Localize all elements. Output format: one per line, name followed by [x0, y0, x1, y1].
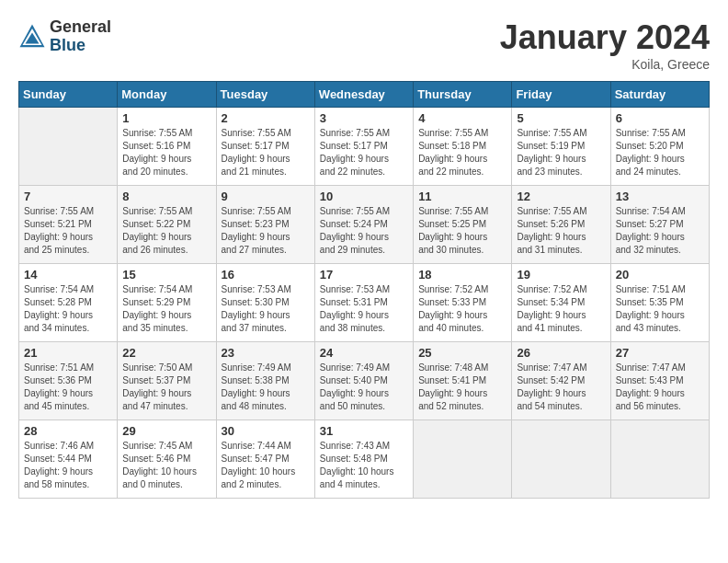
- calendar-cell: 6Sunrise: 7:55 AM Sunset: 5:20 PM Daylig…: [610, 108, 709, 186]
- calendar-cell: 28Sunrise: 7:46 AM Sunset: 5:44 PM Dayli…: [19, 420, 118, 499]
- day-info: Sunrise: 7:47 AM Sunset: 5:42 PM Dayligh…: [517, 362, 605, 413]
- week-row-3: 14Sunrise: 7:54 AM Sunset: 5:28 PM Dayli…: [19, 264, 710, 342]
- calendar-cell: 24Sunrise: 7:49 AM Sunset: 5:40 PM Dayli…: [314, 342, 413, 420]
- day-number: 3: [320, 111, 408, 125]
- month-title: January 2024: [500, 18, 710, 57]
- day-info: Sunrise: 7:49 AM Sunset: 5:38 PM Dayligh…: [222, 362, 310, 413]
- logo-blue-text: Blue: [50, 37, 111, 55]
- day-number: 23: [222, 346, 310, 360]
- day-info: Sunrise: 7:52 AM Sunset: 5:33 PM Dayligh…: [418, 283, 506, 335]
- calendar-cell: 5Sunrise: 7:55 AM Sunset: 5:19 PM Daylig…: [512, 108, 610, 186]
- day-info: Sunrise: 7:55 AM Sunset: 5:23 PM Dayligh…: [222, 205, 310, 257]
- day-info: Sunrise: 7:55 AM Sunset: 5:16 PM Dayligh…: [122, 127, 210, 178]
- day-number: 2: [222, 111, 310, 125]
- column-header-wednesday: Wednesday: [314, 82, 413, 108]
- logo-general-text: General: [50, 18, 111, 37]
- day-number: 14: [24, 268, 112, 282]
- day-number: 21: [24, 346, 112, 360]
- calendar-cell: 31Sunrise: 7:43 AM Sunset: 5:48 PM Dayli…: [314, 420, 413, 499]
- day-number: 18: [418, 268, 506, 282]
- calendar-cell: 29Sunrise: 7:45 AM Sunset: 5:46 PM Dayli…: [118, 420, 216, 499]
- calendar-cell: 27Sunrise: 7:47 AM Sunset: 5:43 PM Dayli…: [610, 342, 709, 420]
- day-info: Sunrise: 7:55 AM Sunset: 5:18 PM Dayligh…: [418, 127, 506, 178]
- calendar-cell: [512, 420, 610, 499]
- day-info: Sunrise: 7:47 AM Sunset: 5:43 PM Dayligh…: [616, 362, 704, 413]
- calendar-cell: 2Sunrise: 7:55 AM Sunset: 5:17 PM Daylig…: [216, 108, 314, 186]
- day-info: Sunrise: 7:53 AM Sunset: 5:30 PM Dayligh…: [222, 283, 310, 335]
- day-number: 12: [517, 190, 605, 203]
- day-info: Sunrise: 7:49 AM Sunset: 5:40 PM Dayligh…: [320, 362, 408, 413]
- day-number: 6: [616, 111, 704, 125]
- calendar-header-row: SundayMondayTuesdayWednesdayThursdayFrid…: [19, 82, 710, 108]
- day-info: Sunrise: 7:50 AM Sunset: 5:37 PM Dayligh…: [122, 362, 210, 413]
- day-info: Sunrise: 7:55 AM Sunset: 5:22 PM Dayligh…: [122, 205, 210, 257]
- day-info: Sunrise: 7:55 AM Sunset: 5:24 PM Dayligh…: [320, 205, 408, 257]
- day-number: 15: [122, 268, 210, 282]
- calendar-cell: 7Sunrise: 7:55 AM Sunset: 5:21 PM Daylig…: [19, 186, 118, 264]
- day-info: Sunrise: 7:54 AM Sunset: 5:27 PM Dayligh…: [616, 205, 704, 257]
- calendar-cell: 10Sunrise: 7:55 AM Sunset: 5:24 PM Dayli…: [314, 186, 413, 264]
- day-info: Sunrise: 7:55 AM Sunset: 5:20 PM Dayligh…: [616, 127, 704, 178]
- calendar-cell: 22Sunrise: 7:50 AM Sunset: 5:37 PM Dayli…: [118, 342, 216, 420]
- day-info: Sunrise: 7:55 AM Sunset: 5:17 PM Dayligh…: [320, 127, 408, 178]
- column-header-thursday: Thursday: [414, 82, 512, 108]
- day-info: Sunrise: 7:45 AM Sunset: 5:46 PM Dayligh…: [122, 440, 210, 491]
- calendar-cell: 12Sunrise: 7:55 AM Sunset: 5:26 PM Dayli…: [512, 186, 610, 264]
- calendar-cell: [19, 108, 118, 186]
- calendar-cell: 19Sunrise: 7:52 AM Sunset: 5:34 PM Dayli…: [512, 264, 610, 342]
- calendar-cell: [610, 420, 709, 499]
- day-number: 29: [122, 424, 210, 438]
- calendar-cell: 1Sunrise: 7:55 AM Sunset: 5:16 PM Daylig…: [118, 108, 216, 186]
- day-info: Sunrise: 7:48 AM Sunset: 5:41 PM Dayligh…: [418, 362, 506, 413]
- day-number: 20: [616, 268, 704, 282]
- day-info: Sunrise: 7:44 AM Sunset: 5:47 PM Dayligh…: [222, 440, 310, 491]
- calendar-cell: 30Sunrise: 7:44 AM Sunset: 5:47 PM Dayli…: [216, 420, 314, 499]
- day-info: Sunrise: 7:55 AM Sunset: 5:17 PM Dayligh…: [222, 127, 310, 178]
- day-number: 28: [24, 424, 112, 438]
- calendar-cell: 14Sunrise: 7:54 AM Sunset: 5:28 PM Dayli…: [19, 264, 118, 342]
- calendar-cell: 18Sunrise: 7:52 AM Sunset: 5:33 PM Dayli…: [414, 264, 512, 342]
- calendar-cell: 16Sunrise: 7:53 AM Sunset: 5:30 PM Dayli…: [216, 264, 314, 342]
- day-info: Sunrise: 7:53 AM Sunset: 5:31 PM Dayligh…: [320, 283, 408, 335]
- day-number: 11: [418, 190, 506, 203]
- day-info: Sunrise: 7:46 AM Sunset: 5:44 PM Dayligh…: [24, 440, 112, 491]
- day-info: Sunrise: 7:54 AM Sunset: 5:29 PM Dayligh…: [122, 283, 210, 335]
- day-info: Sunrise: 7:55 AM Sunset: 5:21 PM Dayligh…: [24, 205, 112, 257]
- column-header-monday: Monday: [118, 82, 216, 108]
- day-info: Sunrise: 7:43 AM Sunset: 5:48 PM Dayligh…: [320, 440, 408, 491]
- calendar-cell: 20Sunrise: 7:51 AM Sunset: 5:35 PM Dayli…: [610, 264, 709, 342]
- day-number: 1: [122, 111, 210, 125]
- day-info: Sunrise: 7:51 AM Sunset: 5:36 PM Dayligh…: [24, 362, 112, 413]
- logo-text: General Blue: [50, 18, 111, 55]
- column-header-sunday: Sunday: [19, 82, 118, 108]
- title-area: January 2024 Koila, Greece: [500, 18, 710, 72]
- day-number: 16: [222, 268, 310, 282]
- day-number: 9: [222, 190, 310, 203]
- column-header-friday: Friday: [512, 82, 610, 108]
- day-number: 17: [320, 268, 408, 282]
- week-row-5: 28Sunrise: 7:46 AM Sunset: 5:44 PM Dayli…: [19, 420, 710, 499]
- day-number: 5: [517, 111, 605, 125]
- calendar-cell: 4Sunrise: 7:55 AM Sunset: 5:18 PM Daylig…: [414, 108, 512, 186]
- day-number: 27: [616, 346, 704, 360]
- week-row-2: 7Sunrise: 7:55 AM Sunset: 5:21 PM Daylig…: [19, 186, 710, 264]
- day-info: Sunrise: 7:55 AM Sunset: 5:26 PM Dayligh…: [517, 205, 605, 257]
- day-number: 31: [320, 424, 408, 438]
- column-header-tuesday: Tuesday: [216, 82, 314, 108]
- column-header-saturday: Saturday: [610, 82, 709, 108]
- calendar-cell: [414, 420, 512, 499]
- day-number: 8: [122, 190, 210, 203]
- day-number: 24: [320, 346, 408, 360]
- logo-icon: [18, 23, 46, 51]
- calendar-table: SundayMondayTuesdayWednesdayThursdayFrid…: [18, 81, 710, 499]
- day-info: Sunrise: 7:51 AM Sunset: 5:35 PM Dayligh…: [616, 283, 704, 335]
- logo: General Blue: [18, 18, 111, 55]
- day-number: 10: [320, 190, 408, 203]
- calendar-cell: 17Sunrise: 7:53 AM Sunset: 5:31 PM Dayli…: [314, 264, 413, 342]
- calendar-cell: 3Sunrise: 7:55 AM Sunset: 5:17 PM Daylig…: [314, 108, 413, 186]
- calendar-cell: 21Sunrise: 7:51 AM Sunset: 5:36 PM Dayli…: [19, 342, 118, 420]
- calendar-cell: 25Sunrise: 7:48 AM Sunset: 5:41 PM Dayli…: [414, 342, 512, 420]
- week-row-4: 21Sunrise: 7:51 AM Sunset: 5:36 PM Dayli…: [19, 342, 710, 420]
- day-number: 25: [418, 346, 506, 360]
- day-number: 30: [222, 424, 310, 438]
